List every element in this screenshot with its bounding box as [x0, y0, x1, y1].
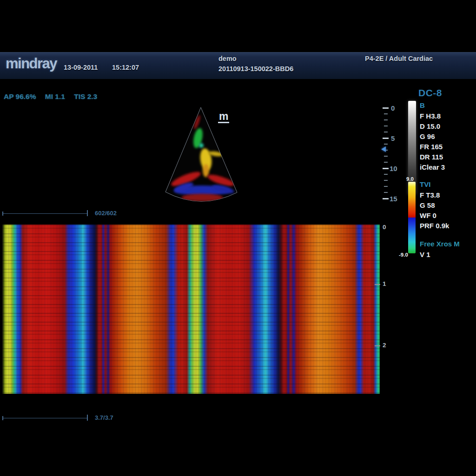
frame-scale-line [2, 213, 88, 214]
acoustic-power: AP 96.6% [4, 93, 36, 100]
mmode-depth-tick [375, 345, 380, 346]
tvi-color-bar [408, 182, 416, 253]
thermal-index: TIS 2.3 [74, 93, 97, 100]
tvi-prf: PRF 0.9k [420, 222, 449, 230]
depth-ruler-major-tick [383, 107, 389, 109]
m-mode-orientation-marker: m [218, 112, 229, 123]
tvi-gain: G 58 [420, 201, 435, 209]
exam-time: 15:12:07 [112, 64, 139, 71]
tvi-wall-filter: WF 0 [420, 212, 436, 219]
exam-id: 20110913-150022-BBD6 [218, 65, 293, 73]
free-xros-m-label: Free Xros M [420, 240, 460, 248]
mmode-depth-2: 2 [383, 342, 386, 349]
mindray-logo: mindray [6, 55, 57, 72]
mmode-depth-1: 1 [383, 280, 386, 287]
mmode-depth-0: 0 [383, 224, 386, 231]
probe-preset: P4-2E / Adult Cardiac [365, 55, 433, 62]
acoustic-status: AP 96.6% MI 1.1 TIS 2.3 [4, 93, 104, 101]
bmode-label: B [420, 101, 425, 109]
mmode-tvi-trace [2, 225, 380, 394]
mmode-depth-tick [375, 284, 380, 285]
color-scale-min: -9.0 [399, 252, 408, 258]
system-model: DC-8 [418, 87, 442, 99]
depth-label-10: 10 [390, 165, 397, 172]
color-scale-max: 9.0 [406, 176, 414, 182]
depth-label-5: 5 [391, 134, 395, 142]
bmode-iclear: iClear 3 [420, 163, 445, 171]
time-scale-value: 3.7/3.7 [95, 414, 113, 421]
bmode-dynamic-range: DR 115 [420, 153, 443, 161]
exam-date: 13-09-2011 [64, 64, 98, 71]
bmode-frequency: F H3.8 [420, 112, 441, 120]
frame-counter: 602/602 [95, 210, 117, 217]
depth-ruler-major-tick [383, 198, 389, 199]
depth-ruler-minor-ticks [384, 107, 388, 199]
patient-name: demo [218, 55, 237, 62]
focus-marker-icon [381, 146, 386, 152]
depth-label-0: 0 [391, 104, 395, 112]
bmode-framerate: FR 165 [420, 143, 443, 151]
tvi-mode-label: TVI [420, 180, 430, 188]
xros-sweep-speed: V 1 [420, 251, 430, 258]
sector-image [158, 105, 246, 205]
tvi-frequency: F T3.8 [420, 191, 440, 199]
ultrasound-screen: mindray 13-09-2011 15:12:07 demo 2011091… [0, 0, 476, 476]
bmode-depth: D 15.0 [420, 122, 440, 130]
time-scale-line [2, 418, 88, 418]
bmode-gain: G 96 [420, 132, 435, 140]
depth-ruler-major-tick [383, 138, 389, 139]
header-bar: mindray 13-09-2011 15:12:07 demo 2011091… [0, 52, 476, 79]
depth-ruler-major-tick [383, 168, 389, 169]
sector-svg [158, 105, 246, 205]
mechanical-index: MI 1.1 [45, 93, 65, 100]
depth-label-15: 15 [390, 195, 397, 203]
